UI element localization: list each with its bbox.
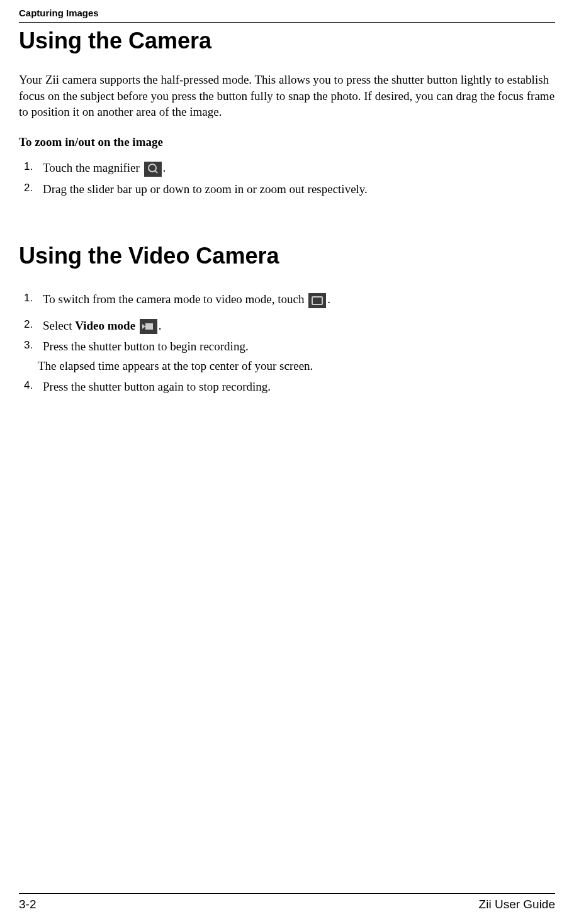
list-item: 3. Press the shutter button to begin rec… — [24, 338, 555, 355]
step-text-before: Touch the magnifier — [43, 161, 143, 174]
guide-name: Zii User Guide — [479, 898, 555, 911]
list-item: 2. Select Video mode . — [24, 317, 555, 335]
step-content: Press the shutter button to begin record… — [43, 338, 555, 355]
step-text-after: . — [163, 161, 166, 174]
video-steps-list-cont: 4. Press the shutter button again to sto… — [19, 378, 555, 396]
page-number: 3-2 — [19, 898, 36, 911]
video-steps-list: 1. To switch from the camera mode to vid… — [19, 291, 555, 355]
step-text-before: To switch from the camera mode to video … — [43, 292, 307, 306]
step-content: Drag the slider bar up or down to zoom i… — [43, 181, 555, 198]
section-title-video: Using the Video Camera — [19, 243, 555, 269]
chapter-label: Capturing Images — [19, 8, 555, 18]
step-text-after: . — [159, 319, 162, 332]
page-footer: 3-2 Zii User Guide — [19, 893, 555, 911]
camera-mode-icon — [308, 293, 326, 308]
list-item: 1. Touch the magnifier . — [24, 159, 555, 177]
step-content: To switch from the camera mode to video … — [43, 291, 555, 308]
step-number: 1. — [24, 291, 43, 306]
section-title-camera: Using the Camera — [19, 28, 555, 54]
step-content: Press the shutter button again to stop r… — [43, 378, 555, 396]
step-number: 3. — [24, 338, 43, 353]
video-mode-icon — [140, 319, 157, 334]
step-text-after: . — [327, 292, 330, 306]
zoom-steps-list: 1. Touch the magnifier . 2. Drag the sli… — [19, 159, 555, 198]
magnifier-icon — [144, 162, 162, 177]
step-content: Select Video mode . — [43, 317, 555, 335]
zoom-subheading: To zoom in/out on the image — [19, 135, 555, 149]
footer-rule — [19, 893, 555, 894]
list-item: 2. Drag the slider bar up or down to zoo… — [24, 181, 555, 198]
step-number: 2. — [24, 181, 43, 196]
video-mode-label: Video mode — [75, 319, 135, 332]
step-number: 4. — [24, 378, 43, 394]
step-sub-note: The elapsed time appears at the top cent… — [38, 359, 555, 373]
step-content: Touch the magnifier . — [43, 159, 555, 177]
step-number: 2. — [24, 317, 43, 333]
page-header: Capturing Images — [19, 0, 555, 23]
step-text-before: Select — [43, 319, 75, 332]
list-item: 1. To switch from the camera mode to vid… — [24, 291, 555, 308]
footer-row: 3-2 Zii User Guide — [19, 898, 555, 911]
step-number: 1. — [24, 159, 43, 175]
intro-paragraph: Your Zii camera supports the half-presse… — [19, 72, 555, 120]
list-item: 4. Press the shutter button again to sto… — [24, 378, 555, 396]
header-rule — [19, 22, 555, 23]
